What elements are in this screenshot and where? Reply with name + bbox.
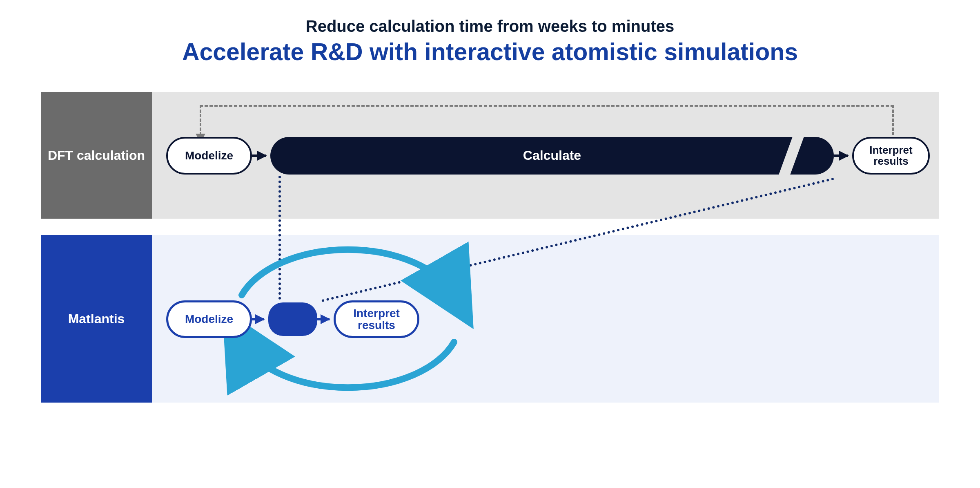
arrow-dft-2 — [834, 154, 848, 157]
page-subtitle: Reduce calculation time from weeks to mi… — [0, 17, 980, 36]
row-body-dft: Modelize Calculate Interpret results — [152, 92, 939, 219]
pill-text: Interpret results — [869, 145, 912, 167]
diagram: DFT calculation Modelize Calculate Inter… — [41, 92, 939, 419]
row-matlantis: Matlantis Modelize — [41, 235, 939, 403]
dft-feedback-arrow — [200, 105, 894, 135]
connector-vertical — [278, 176, 281, 300]
row-label-matlantis: Matlantis — [41, 235, 152, 403]
pill-interpret-matlantis: Interpret results — [334, 300, 419, 338]
header: Reduce calculation time from weeks to mi… — [0, 0, 980, 66]
pill-calculate-dft: Calculate — [270, 137, 834, 175]
arrow-mat-2 — [317, 318, 330, 320]
pill-text: Modelize — [185, 150, 233, 161]
row-dft: DFT calculation Modelize Calculate Inter… — [41, 92, 939, 219]
page-title: Accelerate R&D with interactive atomisti… — [0, 38, 980, 66]
pill-text: Interpret results — [353, 307, 400, 331]
pill-calculate-matlantis — [268, 302, 317, 336]
pill-text: Modelize — [185, 313, 233, 325]
arrow-dft-1 — [252, 154, 266, 157]
row-body-matlantis: Modelize Interpret results — [152, 235, 939, 403]
row-label-dft: DFT calculation — [41, 92, 152, 219]
arrow-mat-1 — [252, 318, 264, 320]
pill-modelize-dft: Modelize — [166, 137, 252, 175]
pill-text: Calculate — [523, 149, 581, 163]
calc-break-icon — [779, 137, 804, 175]
pill-interpret-dft: Interpret results — [852, 137, 930, 175]
pill-modelize-matlantis: Modelize — [166, 300, 252, 338]
